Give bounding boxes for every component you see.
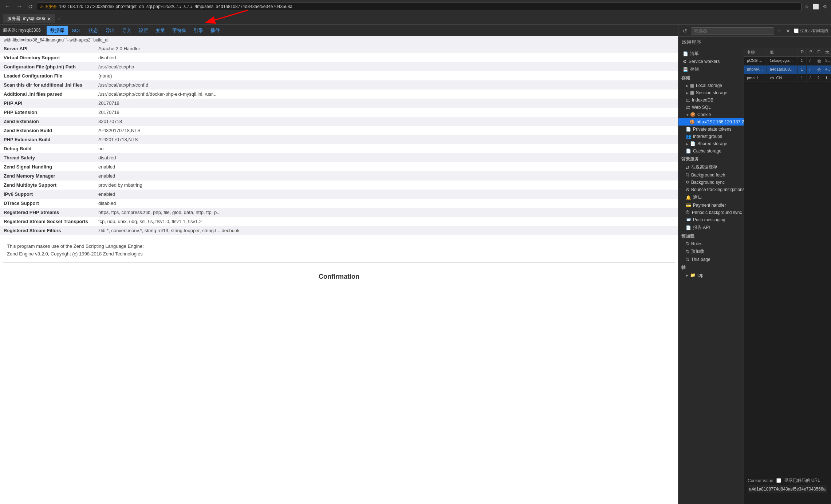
sidebar-item-web-sql[interactable]: 🗃 Web SQL	[678, 104, 744, 111]
menu-settings[interactable]: 设置	[135, 26, 152, 35]
devtools-toolbar: ↺ ≡ ✕ 仅显示有问题的	[678, 25, 831, 37]
sidebar-item-top-frame[interactable]: ▶ 📁 top	[678, 271, 744, 279]
filter-issues-checkbox[interactable]	[794, 28, 799, 33]
shared-expand-icon: ▶	[686, 142, 689, 146]
sidebar-item-push-messaging[interactable]: 📨 Push messaging	[678, 216, 744, 223]
sidebar-item-bg-fetch[interactable]: ⇅ Background fetch	[678, 171, 744, 179]
cookie-e-cell: 会...	[814, 57, 822, 65]
menu-status[interactable]: 状态	[85, 26, 102, 35]
sidebar-item-manifest[interactable]: 📄 清单	[678, 49, 744, 58]
cache-icon: 📄	[686, 148, 691, 154]
websql-icon: 🗃	[686, 105, 690, 110]
table-row: IPv6 Supportenabled	[0, 190, 678, 199]
sidebar-item-periodic-sync[interactable]: ⏱ Periodic background sync	[678, 209, 744, 216]
bookmark-icon[interactable]: ☆	[804, 3, 810, 10]
sidebar-item-notifications[interactable]: 🔔 通知	[678, 193, 744, 202]
sidebar-item-local-storage[interactable]: ▶ ▦ Local storage	[678, 82, 744, 89]
cookie-table-row[interactable]: phpMyAd... a4d1a8108774d843a... 1 / 会...…	[744, 66, 831, 74]
col-header-d[interactable]: D...	[798, 48, 807, 56]
row-value: disabled	[95, 199, 678, 208]
row-key: PHP API	[0, 99, 95, 108]
sidebar-private-state-label: Private state tokens	[693, 127, 731, 132]
show-decoded-label: 显示已解码的 URL	[784, 477, 820, 484]
col-header-p[interactable]: P...	[807, 48, 815, 56]
sidebar-item-prefetch[interactable]: ⇅ 预加载	[678, 247, 744, 256]
forward-button[interactable]: →	[15, 3, 24, 11]
row-key: DTrace Support	[0, 199, 95, 208]
sidebar-item-cookie-url[interactable]: 🍪 http://192.168.120.137:20...	[678, 118, 744, 126]
php-info-content: with-libdir=lib/x86_64-linux-gnu' '--wit…	[0, 36, 678, 504]
sidebar-manifest-label: 清单	[690, 51, 699, 57]
menu-plugins[interactable]: 插件	[207, 26, 224, 35]
new-tab-button[interactable]: +	[57, 15, 61, 23]
reload-button[interactable]: ↺	[26, 3, 35, 11]
devtools-close-btn[interactable]: ✕	[784, 27, 792, 35]
sidebar-bg-sync-label: Background sync	[691, 180, 725, 185]
tab-close-icon[interactable]: ✕	[47, 16, 51, 21]
back-button[interactable]: ←	[3, 3, 12, 11]
bg-sync-icon: ↻	[686, 180, 689, 185]
sidebar-item-cookie-expand[interactable]: ▼ 🍪 Cookie	[678, 111, 744, 118]
sidebar-cookie-label: Cookie	[697, 112, 711, 117]
payment-icon: 💳	[686, 203, 691, 208]
toolbar-icons: ☆ ⬜ ⚙	[804, 3, 828, 10]
sidebar-item-session-storage[interactable]: ▶ ▦ Session storage	[678, 89, 744, 96]
footer-line1: This program makes use of the Zend Scrip…	[7, 243, 671, 250]
sidebar-item-rules[interactable]: ⇅ Rules	[678, 240, 744, 247]
sidebar-local-storage-label: Local storage	[696, 83, 722, 88]
filter-only-issues-label: 仅显示有问题的	[794, 28, 828, 33]
screenshot-icon[interactable]: ⬜	[812, 3, 820, 10]
sidebar-item-back-forward[interactable]: ⇄ 往返高速缓存	[678, 163, 744, 171]
cookie-size-cell: 42	[822, 66, 831, 74]
row-key: Scan this dir for additional .ini files	[0, 80, 95, 90]
sidebar-item-private-state[interactable]: 📄 Private state tokens	[678, 126, 744, 133]
row-key: Debug Build	[0, 144, 95, 153]
sidebar-payment-label: Payment handler	[693, 203, 726, 208]
menu-engine[interactable]: 引擎	[190, 26, 207, 35]
cookie-value-cell: 1nlxqejvgbvkc12nta...	[767, 57, 798, 65]
sidebar-item-bounce-tracking[interactable]: ⊙ Bounce tracking mitigations	[678, 186, 744, 193]
sidebar-item-this-page[interactable]: ⇅ This page	[678, 256, 744, 263]
devtools-filter-input[interactable]	[691, 27, 774, 35]
sidebar-item-service-workers[interactable]: ⚙ Service workers	[678, 58, 744, 65]
row-key: Additional .ini files parsed	[0, 90, 95, 99]
col-header-value[interactable]: 值	[767, 48, 798, 56]
tab-bar: 服务器: mysql:3306 ✕ +	[0, 13, 831, 25]
menu-variables[interactable]: 变量	[152, 26, 169, 35]
sidebar-item-bg-sync[interactable]: ↻ Background sync	[678, 179, 744, 186]
sidebar-item-shared-storage[interactable]: ▶ 📄 Shared storage	[678, 140, 744, 147]
table-row: Zend Signal Handlingenabled	[0, 162, 678, 171]
menu-databases[interactable]: 数据库	[47, 26, 68, 35]
cookie-size-cell: 13	[822, 74, 831, 82]
address-bar[interactable]: ⚠ 不安全 192.168.120.137:2003/index.php?tar…	[37, 3, 802, 11]
report-icon: 📄	[686, 225, 691, 230]
sidebar-item-payment-handler[interactable]: 💳 Payment handler	[678, 202, 744, 209]
col-header-size[interactable]: 大...	[822, 48, 831, 56]
menu-charset[interactable]: 字符集	[169, 26, 190, 35]
sidebar-item-report-api[interactable]: 📄 报告 API	[678, 223, 744, 232]
settings-icon[interactable]: ⚙	[822, 3, 828, 10]
devtools-menu-icon[interactable]: ≡	[776, 27, 782, 35]
sidebar-item-interest-groups[interactable]: 👥 Interest groups	[678, 133, 744, 140]
cookie-table-row[interactable]: pma_lang zh_CN 1 / 2... 13	[744, 74, 831, 82]
col-header-e[interactable]: E...	[814, 48, 822, 56]
cookie-e-cell: 会...	[814, 66, 822, 74]
sidebar-interest-groups-label: Interest groups	[693, 134, 722, 139]
sidebar-item-cache-storage[interactable]: 📄 Cache storage	[678, 147, 744, 155]
active-tab[interactable]: 服务器: mysql:3306 ✕	[3, 14, 55, 23]
menu-export[interactable]: 导出	[102, 26, 118, 35]
show-decoded-checkbox[interactable]	[776, 478, 781, 483]
row-key: Loaded Configuration File	[0, 71, 95, 80]
devtools-refresh-btn[interactable]: ↺	[681, 27, 689, 35]
sidebar-item-indexeddb[interactable]: 🗃 IndexedDB	[678, 96, 744, 104]
col-header-name[interactable]: 名称	[744, 48, 767, 56]
cookie-table-row[interactable]: pCSSIONID 1nlxqejvgbvkc12nta... 1 / 会...…	[744, 57, 831, 66]
sidebar-item-storage-overview[interactable]: 💾 存储	[678, 65, 744, 74]
devtools-panel: ↺ ≡ ✕ 仅显示有问题的 应用程序 📄 清单 ⚙	[678, 25, 831, 504]
menu-sql[interactable]: SQL	[68, 26, 85, 35]
cookie-p-cell: /	[807, 66, 815, 74]
menu-import[interactable]: 导入	[118, 26, 135, 35]
cookie-value-cell: a4d1a8108774d843a...	[767, 66, 798, 74]
row-value: enabled	[95, 190, 678, 199]
push-icon: 📨	[686, 217, 691, 222]
